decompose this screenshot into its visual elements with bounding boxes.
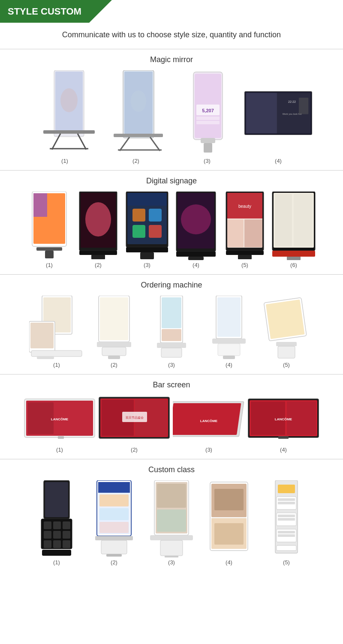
product-label: (1) (56, 446, 63, 453)
product-image: LANCÔME (173, 395, 245, 445)
product-grid-ordering-machine: (1) (2) (3) (4, 296, 339, 368)
header-triangle-decoration (89, 0, 112, 23)
svg-rect-89 (276, 342, 297, 346)
svg-rect-155 (278, 531, 295, 533)
svg-rect-130 (95, 536, 133, 540)
svg-rect-150 (278, 502, 295, 504)
svg-rect-45 (126, 247, 168, 252)
list-item[interactable]: 双旦节品鉴会 (2) (98, 395, 170, 453)
svg-rect-70 (31, 350, 82, 356)
sections-container: Magic mirror (1) (2) (0, 49, 343, 570)
product-image (75, 192, 121, 260)
list-item[interactable]: LANCÔME (4) (247, 395, 319, 453)
list-item[interactable]: (2) (87, 296, 141, 368)
svg-rect-75 (102, 347, 126, 356)
list-item[interactable]: 22:22 Work you look hot (4) (244, 70, 313, 164)
product-label: (1) (53, 559, 60, 566)
svg-rect-119 (63, 531, 70, 539)
list-item[interactable]: (4) (173, 192, 219, 268)
svg-rect-110 (278, 436, 289, 439)
svg-rect-43 (132, 225, 145, 238)
header-badge-text: STYLE CUSTOM (8, 6, 81, 17)
product-image (87, 296, 141, 360)
svg-line-11 (150, 137, 160, 151)
product-label: (3) (205, 446, 212, 453)
product-label: (1) (46, 262, 53, 268)
svg-rect-135 (157, 484, 186, 508)
product-image (144, 480, 199, 557)
list-item[interactable]: LANCÔME (1) (24, 395, 96, 453)
list-item[interactable]: (3) (124, 192, 170, 268)
svg-rect-42 (149, 209, 162, 222)
svg-rect-128 (99, 508, 129, 520)
svg-rect-157 (277, 545, 296, 551)
list-item[interactable]: (5) (259, 480, 314, 566)
svg-rect-114 (44, 521, 51, 529)
svg-rect-44 (149, 225, 162, 238)
svg-rect-149 (278, 498, 295, 501)
svg-rect-59 (238, 255, 252, 259)
section-ordering-machine: Ordering machine (1) (2) (0, 274, 343, 372)
list-item[interactable]: (2) (75, 192, 121, 268)
section-title-magic-mirror: Magic mirror (4, 55, 339, 64)
svg-text:双旦节品鉴会: 双旦节品鉴会 (126, 416, 144, 419)
svg-rect-152 (278, 515, 295, 517)
svg-rect-129 (99, 522, 129, 533)
product-image (259, 480, 314, 557)
list-item[interactable]: (3) (144, 296, 199, 368)
svg-rect-24 (246, 93, 277, 133)
svg-rect-121 (53, 540, 61, 548)
svg-rect-115 (53, 521, 61, 529)
product-label: (5) (283, 559, 290, 566)
product-image (87, 480, 141, 557)
list-item[interactable]: (4) (202, 480, 256, 566)
list-item[interactable]: LANCÔME (3) (173, 395, 245, 453)
svg-rect-117 (44, 531, 51, 539)
svg-point-35 (85, 202, 111, 237)
svg-rect-74 (97, 342, 131, 347)
list-item[interactable]: (2) (102, 70, 170, 164)
svg-text:LANCÔME: LANCÔME (200, 419, 218, 423)
svg-rect-153 (278, 518, 295, 521)
page-header: STYLE CUSTOM (0, 0, 343, 23)
product-label: (2) (111, 362, 117, 368)
svg-rect-40 (127, 193, 167, 206)
list-item[interactable]: beauty (5) (222, 192, 268, 268)
svg-rect-30 (33, 193, 47, 217)
svg-rect-76 (108, 356, 120, 359)
list-item[interactable]: (4) (202, 296, 256, 368)
svg-rect-88 (266, 300, 305, 339)
product-label: (4) (226, 559, 232, 566)
svg-rect-84 (212, 338, 246, 344)
product-image (29, 296, 84, 360)
svg-rect-83 (217, 297, 241, 337)
list-item[interactable]: (6) (271, 192, 317, 268)
product-label: (6) (290, 262, 297, 268)
list-item[interactable]: (5) (259, 296, 314, 368)
svg-rect-9 (114, 134, 163, 137)
list-item[interactable]: (1) (29, 296, 84, 368)
product-label: (4) (280, 446, 287, 453)
list-item[interactable]: (1) (26, 192, 72, 268)
svg-text:22:22: 22:22 (288, 100, 296, 104)
list-item[interactable]: (2) (87, 480, 141, 566)
svg-rect-20 (201, 138, 215, 143)
svg-rect-80 (157, 343, 186, 348)
header-badge: STYLE CUSTOM (0, 0, 89, 23)
list-item[interactable]: (1) (29, 480, 84, 566)
svg-rect-79 (162, 329, 181, 341)
product-label: (2) (132, 158, 139, 164)
product-image: 22:22 Work you look hot (244, 70, 313, 156)
svg-rect-131 (101, 540, 127, 554)
section-bar-screen: Bar screen LANCÔME (1) 双旦节品鉴会 (2) (0, 374, 343, 457)
svg-rect-62 (275, 194, 292, 246)
svg-rect-31 (36, 247, 62, 251)
svg-rect-86 (223, 356, 235, 359)
list-item[interactable]: 5,207 (3) (173, 70, 241, 164)
svg-rect-137 (150, 535, 193, 540)
list-item[interactable]: (1) (30, 70, 99, 164)
section-title-bar-screen: Bar screen (4, 380, 339, 389)
product-label: (2) (111, 559, 117, 566)
svg-rect-156 (278, 534, 295, 537)
list-item[interactable]: (3) (144, 480, 199, 566)
